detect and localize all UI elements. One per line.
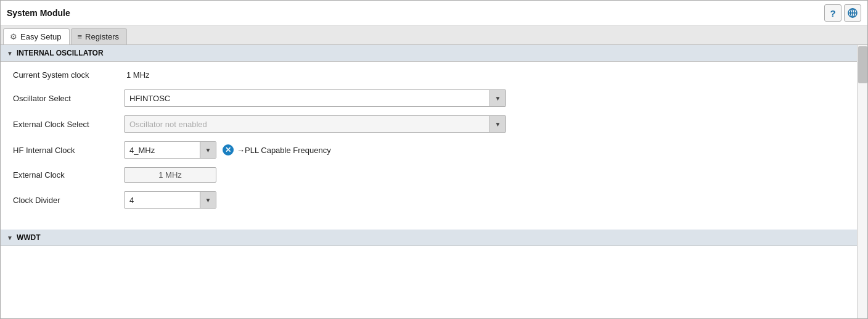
help-button[interactable]: ? xyxy=(824,4,841,22)
content-area: ▼ INTERNAL OSCILLATOR Current System clo… xyxy=(1,45,867,318)
scrollbar-thumb[interactable] xyxy=(858,46,867,83)
dropdown-arrow-icon: ▼ xyxy=(495,95,501,102)
oscillator-select-value: HFINTOSC xyxy=(125,91,489,106)
current-system-clock-label: Current System clock xyxy=(13,70,124,80)
tab-registers[interactable]: ≡ Registers xyxy=(71,28,128,44)
window-title: System Module xyxy=(7,8,70,18)
main-window: System Module ? ⚙ Easy Setup ≡ Registers xyxy=(0,0,868,319)
external-clock-row: External Clock 1 MHz xyxy=(13,167,845,183)
dropdown-arrow-icon-2: ▼ xyxy=(495,121,501,128)
hf-internal-clock-select[interactable]: 4_MHz ▼ xyxy=(124,141,216,159)
section-wwdt-title: WWDT xyxy=(17,233,41,242)
oscillator-select-row: Oscillator Select HFINTOSC ▼ xyxy=(13,89,845,107)
title-bar: System Module ? xyxy=(1,1,867,26)
hf-internal-clock-controls: 4_MHz ▼ ✕ →PLL Capable Frequency xyxy=(124,141,331,159)
pll-label: →PLL Capable Frequency xyxy=(237,146,331,155)
external-clock-select-wrapper[interactable]: Oscillator not enabled ▼ xyxy=(124,115,506,133)
current-system-clock-row: Current System clock 1 MHz xyxy=(13,70,845,80)
globe-button[interactable] xyxy=(844,4,861,22)
scrollbar[interactable] xyxy=(857,45,867,318)
oscillator-select-label: Oscillator Select xyxy=(13,94,124,103)
section-internal-oscillator-header[interactable]: ▼ INTERNAL OSCILLATOR xyxy=(1,45,857,62)
clock-divider-select-button[interactable]: ▼ xyxy=(200,192,216,208)
gear-icon: ⚙ xyxy=(10,32,17,41)
external-clock-select-button[interactable]: ▼ xyxy=(489,116,506,132)
dropdown-arrow-icon-4: ▼ xyxy=(205,197,211,204)
external-clock-label: External Clock xyxy=(13,170,124,180)
registers-icon: ≡ xyxy=(78,32,83,41)
tab-easy-setup[interactable]: ⚙ Easy Setup xyxy=(3,28,70,44)
oscillator-select-button[interactable]: ▼ xyxy=(489,90,506,106)
tab-registers-label: Registers xyxy=(85,32,119,41)
oscillator-select-wrapper[interactable]: HFINTOSC ▼ xyxy=(124,89,506,107)
hf-internal-clock-select-button[interactable]: ▼ xyxy=(200,142,216,158)
external-clock-select-row: External Clock Select Oscillator not ena… xyxy=(13,115,845,133)
clock-divider-select[interactable]: 4 ▼ xyxy=(124,191,216,209)
clock-divider-row: Clock Divider 4 ▼ xyxy=(13,191,845,209)
dropdown-arrow-icon-3: ▼ xyxy=(205,147,211,154)
pll-icon[interactable]: ✕ xyxy=(223,144,234,155)
external-clock-value: 1 MHz xyxy=(124,167,216,183)
tab-bar: ⚙ Easy Setup ≡ Registers xyxy=(1,26,867,45)
hf-internal-clock-row: HF Internal Clock 4_MHz ▼ ✕ →PLL Capable… xyxy=(13,141,845,159)
collapse-arrow-wwdt: ▼ xyxy=(7,234,13,241)
title-bar-buttons: ? xyxy=(824,4,861,22)
section-internal-oscillator-body: Current System clock 1 MHz Oscillator Se… xyxy=(1,62,857,230)
pll-badge: ✕ →PLL Capable Frequency xyxy=(223,144,331,155)
tab-easy-setup-label: Easy Setup xyxy=(20,32,62,41)
section-internal-oscillator-title: INTERNAL OSCILLATOR xyxy=(17,49,104,57)
external-clock-select-placeholder: Oscillator not enabled xyxy=(125,117,489,131)
hf-internal-clock-value: 4_MHz xyxy=(125,143,200,157)
hf-internal-clock-label: HF Internal Clock xyxy=(13,146,124,155)
collapse-arrow-internal-oscillator: ▼ xyxy=(7,50,13,57)
clock-divider-value: 4 xyxy=(125,193,200,207)
section-wwdt-header[interactable]: ▼ WWDT xyxy=(1,230,857,246)
external-clock-select-label: External Clock Select xyxy=(13,120,124,129)
clock-divider-label: Clock Divider xyxy=(13,196,124,205)
current-system-clock-value: 1 MHz xyxy=(126,70,150,80)
main-content: ▼ INTERNAL OSCILLATOR Current System clo… xyxy=(1,45,857,318)
